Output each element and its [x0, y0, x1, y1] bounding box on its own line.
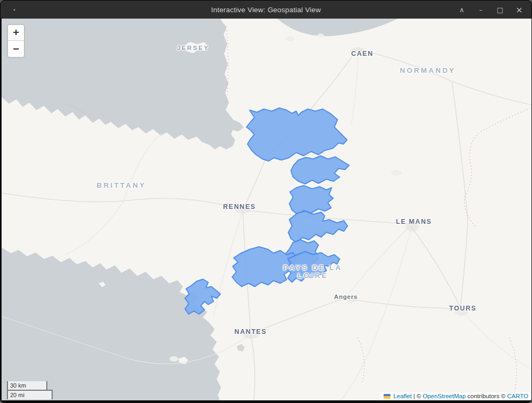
minimize-window-button[interactable]: –: [475, 4, 487, 15]
road: [65, 202, 124, 255]
road: [461, 309, 531, 370]
sea-baie-de-seine: [277, 19, 398, 36]
highlight-polygon[interactable]: [291, 156, 350, 184]
green-patch: [170, 356, 178, 362]
openstreetmap-link[interactable]: OpenStreetMap: [422, 393, 466, 399]
admin-boundary: [358, 338, 364, 383]
attribution-copy2: ©: [501, 393, 505, 399]
window-controls: ∧ – □ ×: [456, 1, 525, 19]
zoom-control: + −: [7, 24, 25, 58]
sea-english-channel: [2, 19, 244, 149]
shade-window-button[interactable]: ∧: [456, 4, 468, 15]
scale-mi: 20 mi: [7, 390, 53, 399]
map-canvas[interactable]: JERSEY CAEN NORMANDY BRITTANY RENNES LE …: [2, 19, 531, 400]
ukraine-flag-icon: [384, 394, 390, 399]
road: [411, 226, 461, 308]
green-patch: [391, 170, 402, 176]
zoom-out-button[interactable]: −: [8, 41, 24, 57]
road: [251, 334, 255, 400]
road: [340, 226, 412, 400]
window-title: Interactive View: Geospatial View: [211, 6, 321, 14]
road: [452, 82, 468, 308]
sea-atlantic: [2, 248, 221, 400]
road: [351, 49, 358, 125]
highlight-polygon[interactable]: [289, 186, 334, 214]
admin-boundary: [464, 108, 530, 227]
green-patch: [318, 33, 324, 38]
road: [359, 49, 531, 105]
zoom-in-button[interactable]: +: [8, 25, 24, 41]
road: [345, 298, 459, 308]
attribution-bar: Leaflet | © OpenStreetMap contributors ©…: [380, 392, 531, 400]
leaflet-link[interactable]: Leaflet: [393, 393, 412, 399]
highlight-polygon[interactable]: [246, 108, 347, 161]
green-patch: [286, 36, 295, 41]
close-window-button[interactable]: ×: [513, 4, 525, 15]
attribution-copy1: ©: [417, 393, 421, 399]
road: [251, 298, 343, 333]
maximize-window-button[interactable]: □: [494, 4, 506, 15]
map-tiles: [2, 19, 531, 400]
road: [123, 133, 162, 202]
attribution-separator: |: [413, 393, 415, 399]
road: [2, 193, 243, 210]
carto-link[interactable]: CARTO: [507, 393, 528, 399]
urban-area-tours: [455, 308, 468, 316]
titlebar: • Interactive View: Geospatial View ∧ – …: [1, 1, 531, 19]
scale-control: 30 km 20 mi: [7, 381, 53, 399]
attribution-contributors: contributors: [468, 393, 500, 399]
app-menu-dot-icon: •: [13, 6, 15, 13]
highlight-polygon[interactable]: [288, 211, 348, 242]
road: [346, 224, 412, 297]
app-window: • Interactive View: Geospatial View ∧ – …: [0, 0, 532, 403]
lake-grandlieu: [237, 344, 245, 351]
highlight-polygon[interactable]: [287, 251, 340, 282]
admin-boundary: [509, 338, 517, 391]
